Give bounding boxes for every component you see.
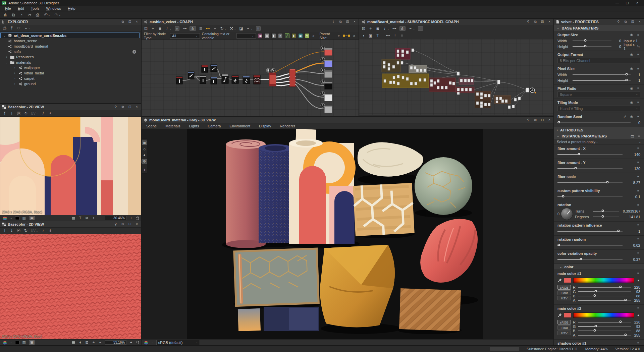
float-mode-button[interactable]: Float <box>557 290 571 295</box>
red-slider[interactable] <box>578 320 631 325</box>
param-menu-icon[interactable]: ≡ <box>636 224 640 227</box>
float-panel-icon[interactable]: ⧉ <box>624 20 628 23</box>
copy-image-icon[interactable]: ⎘ <box>17 229 21 233</box>
zoom-out-icon[interactable]: − <box>98 341 102 344</box>
node-finder-icon[interactable]: ⋔ <box>399 26 406 31</box>
instance-parameters-section[interactable]: ⌄ INSTANCE PARAMETERS ⬒≡ <box>554 133 644 139</box>
info-mode-icon[interactable]: i <box>165 26 169 31</box>
tree-item-package[interactable]: ⌄ art_deco_scene_coralSea.sbs <box>0 33 140 38</box>
save-package-icon[interactable]: ⎙ <box>3 26 7 30</box>
srgb-mode-button[interactable]: sRGB <box>557 285 571 290</box>
filter-shuffle-button[interactable]: × <box>278 33 283 38</box>
color-swatch[interactable] <box>564 278 571 283</box>
background-swatch[interactable] <box>15 217 19 220</box>
pin-node-icon[interactable]: ⊤ <box>376 34 380 38</box>
camera-icon[interactable]: ◙ <box>142 140 147 145</box>
clean-graph-icon[interactable]: ⌁ <box>246 26 250 31</box>
reload-image-icon[interactable]: ↻ <box>24 111 28 115</box>
environment-icon[interactable]: ▲ <box>143 153 147 157</box>
link-editors-icon[interactable]: ⧉ <box>11 13 15 17</box>
close-panel-icon[interactable]: × <box>547 118 551 122</box>
colorspace-select[interactable]: sRGB (default)⌄ <box>156 340 200 345</box>
param-menu-icon[interactable]: ≡ <box>636 203 640 207</box>
filter-pen-button[interactable]: ✎ <box>305 33 310 38</box>
zoom-level-field[interactable]: 33.16% <box>105 340 126 345</box>
filter-material-button[interactable]: ⧫ <box>291 33 296 38</box>
pin-panel-icon[interactable]: ⚲ <box>114 223 118 226</box>
maximize-panel-icon[interactable]: ⊡ <box>540 20 544 23</box>
filter-type-select[interactable]: All⌄ <box>170 33 200 39</box>
comment-icon[interactable]: ◖ <box>362 34 366 38</box>
filter-paper-button[interactable]: ▤ <box>265 33 269 38</box>
expose-icon[interactable]: ◉ <box>630 53 634 56</box>
expose-icon[interactable]: ◉ <box>630 67 634 70</box>
maximize-panel-icon[interactable]: ⊡ <box>540 118 544 122</box>
histogram-icon[interactable]: ılı <box>143 169 147 172</box>
export-image-icon[interactable]: ⤒ <box>3 229 7 233</box>
pin-panel-icon[interactable]: ⚲ <box>526 20 530 23</box>
menu-tools[interactable]: Tools <box>28 6 43 11</box>
channels-icon[interactable] <box>2 216 7 220</box>
maximize-panel-icon[interactable]: ⊡ <box>631 20 635 23</box>
graph-canvas[interactable] <box>142 40 359 116</box>
expose-icon[interactable]: ◉ <box>630 87 634 90</box>
parent-size-more-icon[interactable]: » <box>337 34 341 38</box>
tree-item-carpet[interactable]: › carpet <box>0 76 141 81</box>
channels-icon[interactable] <box>144 341 149 345</box>
close-panel-icon[interactable]: × <box>135 20 139 23</box>
info-icon[interactable]: i <box>132 50 136 54</box>
param-menu-icon[interactable]: ≡ <box>636 175 640 178</box>
expose-icon[interactable]: ◉ <box>630 101 634 104</box>
more-filters-icon[interactable]: » <box>311 34 315 38</box>
blue-slider[interactable] <box>578 329 631 333</box>
output-format-select[interactable]: 8 Bits per Channel⌄ <box>557 58 640 63</box>
filter-curve-button[interactable]: ╱ <box>285 33 289 38</box>
info-icon[interactable]: i <box>41 229 45 233</box>
columns-icon[interactable]: ▥ <box>22 341 26 344</box>
output-height-slider[interactable] <box>573 44 611 49</box>
containing-select[interactable]: ⌄ <box>236 33 256 39</box>
hue-gradient-bar[interactable] <box>573 312 634 318</box>
columns-icon[interactable]: ▥ <box>22 216 26 220</box>
thumbnails-icon[interactable]: ◪ <box>239 26 243 31</box>
tree-item-vitrail-metal[interactable]: › vitrail_metal <box>0 70 141 76</box>
param-menu-icon[interactable]: ≡ <box>636 147 640 150</box>
filter-image-button[interactable]: ▣ <box>258 33 263 38</box>
frame-all-icon[interactable]: ⊡ <box>362 26 366 31</box>
fiber-y-slider[interactable] <box>557 166 623 171</box>
search-icon[interactable]: ⌕ <box>175 26 180 31</box>
close-panel-icon[interactable]: × <box>135 223 139 226</box>
fit-view-icon[interactable]: ⊠ <box>85 341 89 344</box>
menu-file[interactable]: File <box>2 6 14 11</box>
tree-item-sofa[interactable]: sofa i <box>0 49 141 54</box>
basecolor-image-velvet[interactable]: 2048 x 2048 (RGBA, 8bpc) <box>0 234 141 339</box>
pixel-width-slider[interactable] <box>573 72 631 77</box>
fiber-scale-slider[interactable] <box>557 180 623 185</box>
srgb-mode-button[interactable]: sRGB <box>557 320 571 325</box>
redo-dropdown-icon[interactable]: ⌄ <box>59 13 61 16</box>
section-menu-icon[interactable]: ≡ <box>637 134 641 138</box>
blue-slider[interactable] <box>578 294 631 298</box>
minimize-button[interactable]: — <box>615 1 619 5</box>
elbow-connection-icon[interactable]: ⌐ <box>213 26 217 31</box>
param-menu-icon[interactable]: ≡ <box>636 161 640 164</box>
center-view-icon[interactable]: ⌖ <box>92 341 96 344</box>
dot-connection-icon[interactable]: ⊷ <box>386 34 390 38</box>
more-icon[interactable]: » <box>352 34 356 38</box>
save-image-icon[interactable]: ⤓ <box>10 111 14 115</box>
pixel-size-icon[interactable]: Ŧ <box>78 216 82 220</box>
palette-icon[interactable]: ◕ <box>636 313 640 317</box>
param-menu-icon[interactable]: ≡ <box>636 87 640 90</box>
hsv-mode-button[interactable]: HSV <box>557 296 571 300</box>
tree-item-moodboard-material[interactable]: moodBoard_material <box>0 44 141 49</box>
refresh-icon[interactable]: ⟳ <box>17 26 21 30</box>
grid-icon[interactable]: ▦ <box>71 216 75 220</box>
eyedropper-icon[interactable] <box>557 278 562 283</box>
view3d-viewport[interactable]: ◙ ☼ ▲ ⚙ ılı <box>142 129 553 339</box>
dot-connection-icon[interactable]: ⊷ <box>206 26 210 31</box>
menu-lights[interactable]: Lights <box>189 124 199 128</box>
link-creation-icon[interactable]: ⊶ <box>182 26 186 31</box>
pixel-size-icon[interactable]: Ŧ <box>78 341 82 344</box>
sync-size-icon[interactable]: ⇋ <box>636 43 640 51</box>
tree-item-ground[interactable]: › ground <box>0 81 141 86</box>
